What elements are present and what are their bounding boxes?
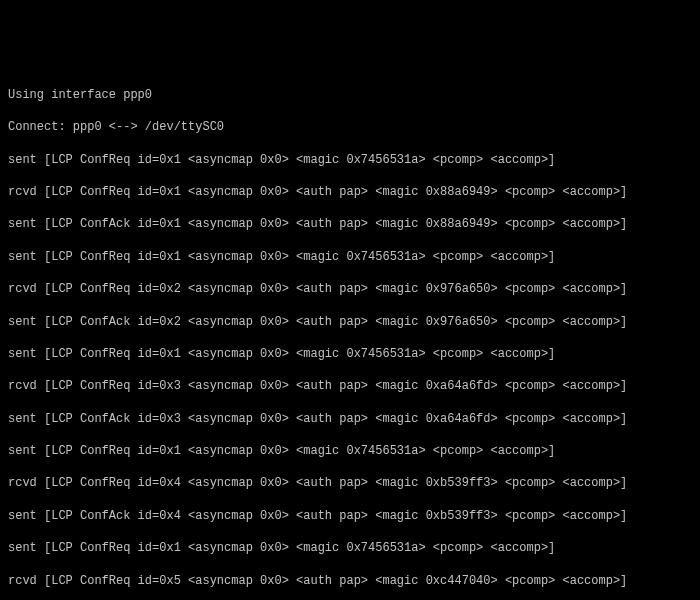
log-line: sent [LCP ConfAck id=0x4 <asyncmap 0x0> … xyxy=(8,508,692,524)
log-line: rcvd [LCP ConfReq id=0x5 <asyncmap 0x0> … xyxy=(8,573,692,589)
log-line: Using interface ppp0 xyxy=(8,87,692,103)
terminal-output: Using interface ppp0 Connect: ppp0 <--> … xyxy=(8,71,692,600)
log-line: sent [LCP ConfReq id=0x1 <asyncmap 0x0> … xyxy=(8,540,692,556)
log-line: sent [LCP ConfReq id=0x1 <asyncmap 0x0> … xyxy=(8,346,692,362)
log-line: rcvd [LCP ConfReq id=0x1 <asyncmap 0x0> … xyxy=(8,184,692,200)
log-line: rcvd [LCP ConfReq id=0x2 <asyncmap 0x0> … xyxy=(8,281,692,297)
log-line: Connect: ppp0 <--> /dev/ttySC0 xyxy=(8,119,692,135)
log-line: sent [LCP ConfReq id=0x1 <asyncmap 0x0> … xyxy=(8,443,692,459)
log-line: rcvd [LCP ConfReq id=0x3 <asyncmap 0x0> … xyxy=(8,378,692,394)
log-line: rcvd [LCP ConfReq id=0x4 <asyncmap 0x0> … xyxy=(8,475,692,491)
log-line: sent [LCP ConfReq id=0x1 <asyncmap 0x0> … xyxy=(8,249,692,265)
log-line: sent [LCP ConfReq id=0x1 <asyncmap 0x0> … xyxy=(8,152,692,168)
log-line: sent [LCP ConfAck id=0x1 <asyncmap 0x0> … xyxy=(8,216,692,232)
log-line: sent [LCP ConfAck id=0x3 <asyncmap 0x0> … xyxy=(8,411,692,427)
log-line: sent [LCP ConfAck id=0x2 <asyncmap 0x0> … xyxy=(8,314,692,330)
